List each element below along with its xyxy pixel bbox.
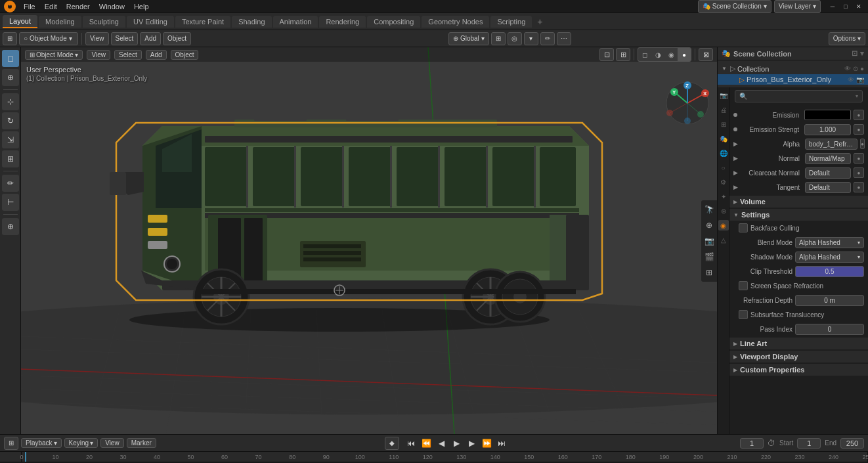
proportional-falloff-btn[interactable]: ▾ [524, 32, 538, 45]
emission-dot[interactable] [733, 113, 737, 117]
play-btn[interactable]: ▶ [450, 437, 463, 449]
scene-props-icon[interactable]: 🎭 [718, 133, 729, 144]
clearcoat-expand[interactable]: ▶ [733, 169, 738, 176]
wireframe-shading-btn[interactable]: ◻ [638, 48, 651, 61]
options-btn[interactable]: Options ▾ [829, 32, 865, 45]
frame-numbers[interactable]: 0102030405060708090100110120130140150160… [21, 452, 868, 462]
viewport-render-btn[interactable]: 🎬 [703, 250, 716, 263]
end-frame-input[interactable]: 250 [840, 438, 864, 449]
shadow-mode-dropdown[interactable]: Alpha Hashed ▾ [795, 252, 864, 263]
jump-start-btn[interactable]: ⏮ [404, 437, 418, 449]
tab-layout[interactable]: Layout [3, 15, 37, 28]
annotate-tool[interactable]: ✏ [2, 175, 19, 192]
material-preview-btn[interactable]: ◉ [664, 48, 678, 61]
view-menu[interactable]: View [85, 32, 109, 45]
start-frame-input[interactable]: 1 [797, 438, 821, 449]
editor-type-btn[interactable]: ⊞ [3, 32, 17, 45]
prev-keyframe-btn[interactable]: ◀ [435, 437, 448, 449]
tab-compositing[interactable]: Compositing [367, 16, 420, 28]
scene-col-options[interactable]: ▾ [860, 49, 864, 58]
emission-dot-right[interactable]: ● [854, 110, 864, 120]
tab-uv-editing[interactable]: UV Editing [127, 16, 174, 28]
search-input[interactable] [750, 93, 853, 100]
view-timeline-dropdown[interactable]: View [100, 438, 124, 448]
viewport-mode-btn[interactable]: ⊞ Object Mode ▾ [25, 50, 83, 60]
next-frame-btn[interactable]: ⏩ [480, 437, 493, 449]
menu-help[interactable]: Help [130, 2, 153, 11]
tab-shading[interactable]: Shading [232, 16, 271, 28]
tangent-expand[interactable]: ▶ [733, 184, 738, 190]
tab-scripting[interactable]: Scripting [490, 16, 532, 28]
emission-strength-value[interactable]: 1.000 [804, 124, 851, 135]
tab-animation[interactable]: Animation [273, 16, 318, 28]
transform-tool[interactable]: ⊞ [2, 150, 19, 167]
tangent-value[interactable]: Default [805, 182, 851, 193]
custom-properties-section[interactable]: ▶ Custom Properties [729, 364, 868, 376]
marker-dropdown[interactable]: Marker [127, 438, 156, 448]
scale-tool[interactable]: ⇲ [2, 131, 19, 148]
holdout-icon[interactable]: ● [860, 65, 864, 72]
annotate-btn[interactable]: ✏ [540, 32, 555, 45]
tab-texture-paint[interactable]: Texture Paint [175, 16, 230, 28]
normal-value[interactable]: Normal/Map [805, 153, 851, 164]
property-search[interactable]: 🔍 ▾ [735, 90, 863, 102]
select-tool[interactable]: ◻ [2, 50, 19, 67]
tab-modeling[interactable]: Modeling [39, 16, 81, 28]
backface-culling-checkbox[interactable] [739, 223, 748, 232]
normal-dot-right[interactable]: ● [854, 153, 864, 164]
minimize-button[interactable]: ─ [827, 2, 838, 11]
em-strength-dot-right[interactable]: ● [854, 124, 864, 135]
subsurface-translucency-checkbox[interactable] [739, 310, 748, 319]
volume-section[interactable]: ▶ Volume [729, 196, 868, 208]
menu-window[interactable]: Window [95, 2, 129, 11]
settings-section[interactable]: ▼ Settings [729, 209, 868, 221]
viewport-add-btn[interactable]: Add [146, 50, 167, 60]
tab-geometry-nodes[interactable]: Geometry Nodes [422, 16, 489, 28]
exclude-icon[interactable]: ⊙ [853, 65, 858, 72]
object-mode-dropdown[interactable]: ○ Object Mode ▾ [19, 32, 78, 45]
world-props-icon[interactable]: 🌐 [718, 148, 729, 158]
current-frame-display[interactable]: 1 [740, 438, 764, 449]
viewport-zoom-in-btn[interactable]: 🔭 [703, 203, 716, 216]
clearcoat-value[interactable]: Default [805, 167, 851, 179]
timeline-editor-type[interactable]: ⊞ [4, 437, 18, 450]
clip-threshold-value[interactable]: 0.5 [795, 266, 864, 277]
next-keyframe-btn[interactable]: ▶ [465, 437, 478, 449]
view-layer-props-icon[interactable]: ⊞ [718, 119, 729, 129]
pass-index-value[interactable]: 0 [795, 324, 864, 335]
obj-hide-icon[interactable]: 👁 [848, 76, 854, 83]
keying-dropdown[interactable]: Keying ▾ [64, 438, 98, 448]
viewport-view-btn[interactable]: View [87, 50, 110, 60]
tab-sculpting[interactable]: Sculpting [83, 16, 125, 28]
viewport-object-btn[interactable]: Object [171, 50, 199, 60]
normal-expand[interactable]: ▶ [733, 155, 738, 162]
object-menu[interactable]: Object [163, 32, 191, 45]
add-menu[interactable]: Add [140, 32, 161, 45]
proportional-btn[interactable]: ◎ [508, 32, 522, 45]
maximize-button[interactable]: □ [840, 2, 851, 11]
blend-mode-dropdown[interactable]: Alpha Hashed ▾ [795, 237, 864, 248]
solid-shading-btn[interactable]: ◑ [651, 48, 664, 61]
alpha-dot-right[interactable]: ● [860, 139, 865, 149]
move-tool[interactable]: ⊹ [2, 93, 19, 110]
3d-viewport[interactable]: ⊞ Object Mode ▾ View Select Add Object ⊡… [21, 47, 717, 434]
emission-color-swatch[interactable] [804, 110, 851, 120]
cursor-tool[interactable]: ⊕ [2, 69, 19, 86]
obj-render-icon[interactable]: 📷 [856, 76, 864, 83]
line-art-section[interactable]: ▶ Line Art [729, 338, 868, 349]
particles-props-icon[interactable]: ✦ [718, 191, 729, 202]
alpha-expand[interactable]: ▶ [733, 141, 738, 147]
search-dropdown[interactable]: ▾ [856, 93, 858, 99]
jump-end-btn[interactable]: ⏭ [495, 437, 508, 449]
add-workspace-tab[interactable]: + [533, 16, 546, 27]
viewport-xray-toggle[interactable]: ⊠ [699, 48, 713, 61]
clearcoat-dot-right[interactable]: ● [854, 167, 864, 178]
filter-icon[interactable]: ⊡ [852, 49, 857, 58]
add-tool[interactable]: ⊕ [2, 218, 19, 235]
menu-file[interactable]: File [20, 2, 39, 11]
object-props-icon[interactable]: ○ [718, 162, 729, 173]
transform-dropdown[interactable]: ⊕ Global ▾ [448, 32, 489, 45]
measure-tool[interactable]: ⊢ [2, 194, 19, 211]
viewport-overlay-toggle[interactable]: ⊡ [599, 48, 614, 61]
viewport-gizmo-toggle[interactable]: ⊞ [616, 48, 630, 61]
